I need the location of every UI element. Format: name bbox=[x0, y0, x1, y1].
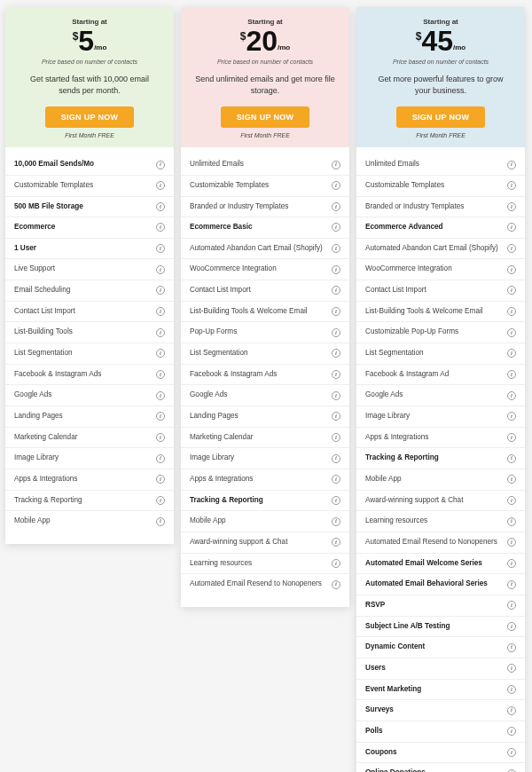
info-icon[interactable]: i bbox=[156, 370, 165, 379]
feature-row: List-Building Tools & Welcome Email i bbox=[356, 302, 525, 323]
feature-label: WooCommerce Integration bbox=[190, 264, 332, 274]
info-icon[interactable]: i bbox=[332, 412, 340, 421]
info-icon[interactable]: i bbox=[332, 454, 340, 463]
feature-row: Marketing Calendar i bbox=[5, 428, 174, 449]
info-icon[interactable]: i bbox=[507, 391, 516, 400]
info-icon[interactable]: i bbox=[507, 769, 516, 772]
feature-label: Learning resources bbox=[365, 516, 507, 526]
feature-label: Automated Email Resend to Nonopeners bbox=[190, 579, 332, 589]
info-icon[interactable]: i bbox=[507, 727, 516, 736]
feature-row: Apps & Integrations i bbox=[181, 469, 349, 491]
info-icon[interactable]: i bbox=[507, 181, 516, 190]
info-icon[interactable]: i bbox=[332, 475, 340, 484]
info-icon[interactable]: i bbox=[507, 286, 516, 295]
info-icon[interactable]: i bbox=[156, 307, 165, 316]
info-icon[interactable]: i bbox=[332, 265, 340, 274]
info-icon[interactable]: i bbox=[332, 161, 340, 169]
info-icon[interactable]: i bbox=[332, 370, 340, 379]
info-icon[interactable]: i bbox=[507, 622, 516, 631]
feature-row: Online Donations i bbox=[356, 763, 525, 772]
info-icon[interactable]: i bbox=[332, 223, 340, 232]
info-icon[interactable]: i bbox=[507, 664, 516, 673]
feature-row: Apps & Integrations i bbox=[356, 428, 525, 449]
info-icon[interactable]: i bbox=[332, 286, 340, 295]
info-icon[interactable]: i bbox=[507, 517, 516, 526]
feature-label: Dynamic Content bbox=[365, 642, 507, 652]
info-icon[interactable]: i bbox=[332, 202, 340, 211]
feature-row: Surveys i bbox=[356, 700, 525, 721]
info-icon[interactable]: i bbox=[156, 286, 165, 295]
info-icon[interactable]: i bbox=[156, 391, 165, 400]
info-icon[interactable]: i bbox=[507, 559, 516, 568]
info-icon[interactable]: i bbox=[507, 454, 516, 463]
info-icon[interactable]: i bbox=[507, 244, 516, 253]
info-icon[interactable]: i bbox=[507, 706, 516, 715]
sign-up-button[interactable]: SIGN UP NOW bbox=[396, 106, 486, 128]
free-month-note: First Month FREE bbox=[190, 132, 340, 138]
info-icon[interactable]: i bbox=[332, 181, 340, 190]
info-icon[interactable]: i bbox=[332, 307, 340, 316]
info-icon[interactable]: i bbox=[156, 433, 165, 442]
feature-label: Image Library bbox=[14, 453, 156, 463]
info-icon[interactable]: i bbox=[332, 244, 340, 253]
price-amount: 5 bbox=[78, 27, 94, 55]
info-icon[interactable]: i bbox=[332, 391, 340, 400]
info-icon[interactable]: i bbox=[507, 223, 516, 232]
info-icon[interactable]: i bbox=[156, 412, 165, 421]
feature-row: Customizable Pop-Up Forms i bbox=[356, 322, 525, 343]
info-icon[interactable]: i bbox=[507, 685, 516, 694]
info-icon[interactable]: i bbox=[332, 517, 340, 526]
info-icon[interactable]: i bbox=[156, 223, 165, 232]
feature-label: Surveys bbox=[365, 705, 507, 715]
info-icon[interactable]: i bbox=[156, 475, 165, 484]
info-icon[interactable]: i bbox=[156, 496, 165, 505]
feature-label: Learning resources bbox=[190, 559, 332, 569]
info-icon[interactable]: i bbox=[507, 643, 516, 652]
info-icon[interactable]: i bbox=[156, 265, 165, 274]
info-icon[interactable]: i bbox=[507, 580, 516, 589]
info-icon[interactable]: i bbox=[332, 328, 340, 337]
feature-row: Users i bbox=[356, 658, 525, 680]
info-icon[interactable]: i bbox=[507, 307, 516, 316]
info-icon[interactable]: i bbox=[156, 517, 165, 526]
info-icon[interactable]: i bbox=[332, 580, 340, 589]
info-icon[interactable]: i bbox=[156, 328, 165, 337]
price-amount: 45 bbox=[421, 27, 453, 55]
info-icon[interactable]: i bbox=[507, 475, 516, 484]
info-icon[interactable]: i bbox=[156, 202, 165, 211]
feature-label: Ecommerce bbox=[14, 223, 156, 232]
info-icon[interactable]: i bbox=[507, 748, 516, 757]
pricing-plans: Starting at $ 5 /mo Price based on numbe… bbox=[5, 7, 527, 772]
info-icon[interactable]: i bbox=[507, 412, 516, 421]
info-icon[interactable]: i bbox=[332, 433, 340, 442]
sign-up-button[interactable]: SIGN UP NOW bbox=[221, 106, 310, 128]
info-icon[interactable]: i bbox=[507, 202, 516, 211]
feature-label: Facebook & Instagram Ads bbox=[190, 370, 332, 380]
info-icon[interactable]: i bbox=[507, 161, 516, 169]
info-icon[interactable]: i bbox=[332, 496, 340, 505]
feature-row: Ecommerce Basic i bbox=[181, 217, 349, 239]
info-icon[interactable]: i bbox=[507, 328, 516, 337]
info-icon[interactable]: i bbox=[156, 349, 165, 358]
info-icon[interactable]: i bbox=[156, 181, 165, 190]
feature-row: RSVP i bbox=[356, 595, 525, 617]
info-icon[interactable]: i bbox=[156, 244, 165, 253]
price-per: /mo bbox=[278, 43, 290, 55]
info-icon[interactable]: i bbox=[156, 161, 165, 169]
feature-label: Customizable Templates bbox=[14, 181, 156, 191]
info-icon[interactable]: i bbox=[507, 601, 516, 610]
sign-up-button[interactable]: SIGN UP NOW bbox=[45, 106, 135, 128]
info-icon[interactable]: i bbox=[332, 559, 340, 568]
info-icon[interactable]: i bbox=[507, 370, 516, 379]
feature-row: Google Ads i bbox=[5, 385, 174, 406]
info-icon[interactable]: i bbox=[507, 538, 516, 547]
info-icon[interactable]: i bbox=[507, 433, 516, 442]
info-icon[interactable]: i bbox=[507, 265, 516, 274]
info-icon[interactable]: i bbox=[332, 349, 340, 358]
info-icon[interactable]: i bbox=[507, 496, 516, 505]
info-icon[interactable]: i bbox=[332, 538, 340, 547]
feature-row: List Segmentation i bbox=[5, 343, 174, 365]
info-icon[interactable]: i bbox=[156, 454, 165, 463]
info-icon[interactable]: i bbox=[507, 349, 516, 358]
feature-label: Unlimited Emails bbox=[190, 160, 332, 169]
